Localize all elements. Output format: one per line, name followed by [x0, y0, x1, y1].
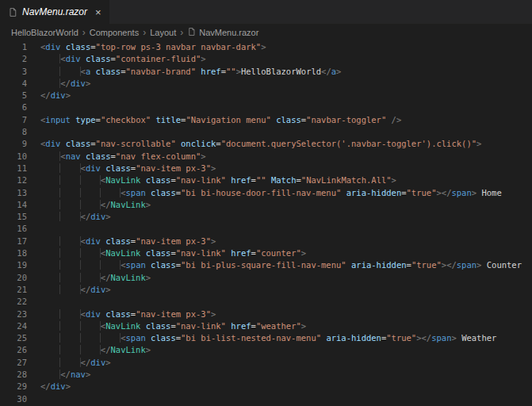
- line-number[interactable]: 20: [0, 272, 27, 284]
- code-line[interactable]: </NavLink>: [40, 199, 532, 211]
- code-line[interactable]: <nav class="nav flex-column">: [40, 151, 532, 163]
- code-line[interactable]: <NavLink class="nav-link" href="weather"…: [40, 320, 532, 332]
- code-line[interactable]: [40, 296, 532, 308]
- code-line[interactable]: </div>: [40, 357, 532, 369]
- line-number[interactable]: 24: [0, 320, 27, 332]
- line-number[interactable]: 15: [0, 211, 27, 223]
- code-line[interactable]: </div>: [40, 211, 532, 223]
- code-line[interactable]: </nav>: [40, 369, 532, 381]
- code-line[interactable]: <NavLink class="nav-link" href="" Match=…: [40, 174, 532, 186]
- code-line[interactable]: [40, 393, 532, 405]
- tab-navmenu-razor[interactable]: NavMenu.razor ×: [0, 0, 109, 24]
- line-number[interactable]: 9: [0, 138, 27, 150]
- chevron-separator-icon: ›: [82, 27, 86, 38]
- code-line[interactable]: <input type="checkbox" title="Navigation…: [40, 114, 532, 126]
- line-number[interactable]: 5: [0, 90, 27, 102]
- line-number[interactable]: 18: [0, 247, 27, 259]
- line-number[interactable]: 21: [0, 284, 27, 296]
- code-area[interactable]: <div class="top-row ps-3 navbar navbar-d…: [40, 41, 532, 405]
- code-line[interactable]: </div>: [40, 78, 532, 90]
- code-line[interactable]: <div class="nav-item px-3">: [40, 236, 532, 247]
- code-line[interactable]: <span class="bi bi-plus-square-fill-nav-…: [40, 259, 532, 271]
- breadcrumb-item-project[interactable]: HelloBlazorWorld: [11, 28, 78, 37]
- line-number[interactable]: 10: [0, 151, 27, 163]
- line-number[interactable]: 28: [0, 369, 27, 381]
- chevron-separator-icon: ›: [179, 27, 184, 38]
- line-number[interactable]: 2: [0, 53, 27, 65]
- code-line[interactable]: </NavLink>: [40, 344, 532, 356]
- code-line[interactable]: [40, 126, 532, 138]
- line-number[interactable]: 23: [0, 308, 27, 320]
- code-line[interactable]: <div class="nav-item px-3">: [40, 163, 532, 174]
- code-line[interactable]: [40, 223, 532, 235]
- code-line[interactable]: <div class="nav-item px-3">: [40, 308, 532, 320]
- line-number[interactable]: 11: [0, 163, 27, 174]
- code-line[interactable]: <div class="nav-scrollable" onclick="doc…: [40, 138, 532, 150]
- breadcrumb-item-components[interactable]: Components: [90, 28, 139, 37]
- code-line[interactable]: </div>: [40, 90, 532, 102]
- code-line[interactable]: <div class="top-row ps-3 navbar navbar-d…: [40, 41, 532, 53]
- code-line[interactable]: <span class="bi bi-list-nested-nav-menu"…: [40, 332, 532, 344]
- line-number[interactable]: 6: [0, 102, 27, 113]
- line-number[interactable]: 19: [0, 259, 27, 271]
- line-number[interactable]: 25: [0, 332, 27, 344]
- file-icon: [8, 7, 17, 17]
- line-number[interactable]: 16: [0, 223, 27, 235]
- chevron-separator-icon: ›: [142, 27, 147, 38]
- breadcrumb-item-file[interactable]: NavMenu.razor: [187, 27, 258, 38]
- code-line[interactable]: </div>: [40, 284, 532, 296]
- line-number[interactable]: 8: [0, 126, 27, 138]
- line-number[interactable]: 22: [0, 296, 27, 308]
- line-number[interactable]: 12: [0, 174, 27, 186]
- breadcrumb-file-label: NavMenu.razor: [199, 28, 258, 37]
- line-number[interactable]: 13: [0, 187, 27, 199]
- code-line[interactable]: </NavLink>: [40, 272, 532, 284]
- file-icon: [187, 27, 196, 38]
- line-number[interactable]: 29: [0, 381, 27, 393]
- gutter: 1234567891011121314151617181920212223242…: [0, 41, 27, 405]
- line-number[interactable]: 27: [0, 357, 27, 369]
- close-icon[interactable]: ×: [95, 7, 101, 17]
- tab-bar: NavMenu.razor ×: [0, 0, 532, 24]
- breadcrumb-item-layout[interactable]: Layout: [150, 28, 176, 37]
- line-number[interactable]: 4: [0, 78, 27, 90]
- line-number[interactable]: 7: [0, 114, 27, 126]
- code-line[interactable]: </div>: [40, 381, 532, 393]
- line-number[interactable]: 1: [0, 41, 27, 53]
- tab-title: NavMenu.razor: [22, 6, 87, 17]
- editor[interactable]: 1234567891011121314151617181920212223242…: [0, 41, 532, 406]
- line-number[interactable]: 3: [0, 66, 27, 78]
- code-line[interactable]: <NavLink class="nav-link" href="counter"…: [40, 247, 532, 259]
- code-line[interactable]: [40, 102, 532, 113]
- line-number[interactable]: 26: [0, 344, 27, 356]
- line-number[interactable]: 17: [0, 236, 27, 247]
- code-line[interactable]: <div class="container-fluid">: [40, 53, 532, 65]
- line-number[interactable]: 30: [0, 393, 27, 405]
- code-line[interactable]: <a class="navbar-brand" href="">HelloBla…: [40, 66, 532, 78]
- code-line[interactable]: <span class="bi bi-house-door-fill-nav-m…: [40, 187, 532, 199]
- breadcrumb: HelloBlazorWorld › Components › Layout ›…: [0, 24, 532, 41]
- line-number[interactable]: 14: [0, 199, 27, 211]
